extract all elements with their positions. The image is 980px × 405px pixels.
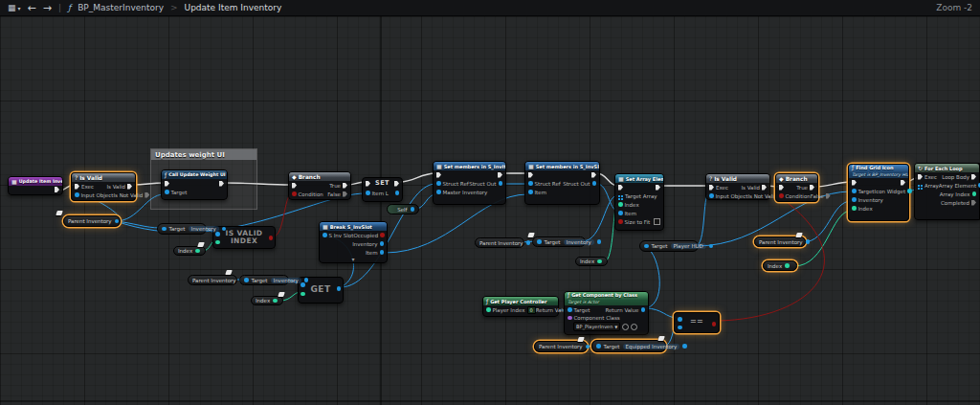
- caret-down-icon[interactable]: ▾: [18, 5, 21, 11]
- breadcrumb-current[interactable]: Update Item Inventory: [185, 3, 282, 12]
- var-index-4[interactable]: Index: [763, 260, 797, 271]
- true-out-pin[interactable]: True: [796, 185, 814, 191]
- object-out-pin[interactable]: [304, 278, 309, 282]
- input-object-pin[interactable]: Input Object: [709, 193, 747, 199]
- breadcrumb-root[interactable]: BP_MasterInventory: [78, 3, 164, 12]
- index-in-pin[interactable]: [301, 292, 305, 297]
- bool-out-pin[interactable]: [269, 236, 274, 240]
- condition-pin[interactable]: Condition: [779, 193, 811, 199]
- array-element-out-pin[interactable]: Array Element: [939, 183, 980, 189]
- target-array-pin[interactable]: Target Array: [618, 193, 657, 199]
- var-parent-inventory-5[interactable]: Parent Inventory: [534, 341, 588, 352]
- window-icon[interactable]: ▦: [8, 3, 16, 12]
- struct-ref-pin[interactable]: Struct Ref: [436, 181, 469, 187]
- class-dropdown[interactable]: BP_PlayerInven ▼: [573, 322, 620, 331]
- exec-out-pin[interactable]: [656, 185, 660, 191]
- player-index-pin[interactable]: Player Index0: [486, 306, 536, 314]
- index-in-pin[interactable]: [215, 240, 220, 245]
- node-get-component-by-class[interactable]: ƒGet Component by Class Target is Actor …: [564, 291, 649, 335]
- exec-in-pin[interactable]: Exec: [709, 185, 728, 191]
- node-update-item-inventory[interactable]: ▦ Update Item Inventory: [8, 176, 63, 195]
- exec-in-pin[interactable]: [779, 185, 784, 191]
- array-in-pin[interactable]: [215, 232, 220, 236]
- element-out-pin[interactable]: [337, 286, 342, 291]
- exec-out-pin[interactable]: [55, 187, 59, 192]
- target-in-pin[interactable]: [644, 244, 649, 249]
- exec-in-pin[interactable]: [366, 181, 370, 187]
- object-out-pin[interactable]: [115, 219, 120, 224]
- node-break-s-invslot[interactable]: ▦ Break S_InvSlot S Inv Slot Occupied In…: [319, 221, 388, 263]
- graph-canvas[interactable]: Updates weight UI ▦ Update Item Inventor…: [0, 16, 980, 405]
- int-out-pin[interactable]: [597, 259, 602, 264]
- size-to-fit-checkbox[interactable]: [654, 218, 660, 225]
- struct-out-pin[interactable]: Struct Out: [469, 181, 502, 187]
- node-is-valid-2[interactable]: ? Is Valid Exec Is Valid Input Object Is…: [705, 173, 770, 200]
- variable-in-pin[interactable]: Item L: [366, 191, 389, 196]
- result-out-pin[interactable]: [712, 322, 717, 326]
- true-out-pin[interactable]: True: [329, 183, 347, 189]
- false-out-pin[interactable]: False: [811, 193, 831, 199]
- return-value-out-pin[interactable]: Return Value: [605, 307, 645, 313]
- object-out-pin[interactable]: [411, 207, 415, 212]
- false-out-pin[interactable]: False: [327, 191, 347, 197]
- node-find-grid-icon[interactable]: ƒFind Grid Icon Target is BP_Inventory H…: [848, 164, 909, 221]
- target-pin[interactable]: Target: [165, 190, 188, 195]
- use-asset-icon[interactable]: [622, 324, 629, 330]
- node-set-array-elem[interactable]: ▦ Set Array Elem Target Array Index Item…: [614, 173, 664, 231]
- browse-asset-icon[interactable]: [631, 324, 637, 330]
- struct-out-pin[interactable]: Struct Out: [563, 181, 596, 187]
- exec-in-pin[interactable]: [436, 172, 441, 178]
- node-get-player-controller[interactable]: ƒ Get Player Controller Player Index0 Re…: [482, 296, 559, 317]
- player-index-value[interactable]: 0: [527, 306, 536, 314]
- object-out-pin[interactable]: [709, 244, 714, 249]
- inventory-pin[interactable]: Inventory: [852, 197, 883, 203]
- var-index-3[interactable]: Index: [575, 257, 608, 266]
- int-out-pin[interactable]: [785, 263, 790, 268]
- occupied-out-pin[interactable]: Occupied: [353, 233, 384, 238]
- exec-in-pin[interactable]: [618, 185, 623, 191]
- is-valid-out-pin[interactable]: Is Valid: [742, 185, 768, 191]
- target-pin[interactable]: Target: [852, 189, 875, 194]
- int-out-pin[interactable]: [273, 299, 278, 304]
- icon-widget-out-pin[interactable]: Icon Widget: [875, 189, 912, 194]
- exec-out-pin[interactable]: [394, 181, 399, 187]
- target-in-pin[interactable]: [244, 278, 249, 282]
- exec-out-pin[interactable]: [219, 181, 224, 187]
- node-branch-2[interactable]: ◆ Branch True Condition False: [775, 173, 818, 202]
- exec-out-pin[interactable]: [498, 172, 502, 178]
- s-inv-slot-pin[interactable]: S Inv Slot: [323, 233, 353, 238]
- object-out-pin[interactable]: [586, 345, 590, 349]
- var-parent-inventory-2[interactable]: Parent Inventory: [188, 275, 237, 285]
- var-self[interactable]: Self: [387, 204, 419, 214]
- target-in-pin[interactable]: [596, 344, 601, 349]
- var-parent-inventory-4[interactable]: Parent Inventory: [754, 236, 806, 247]
- var-target-inventory-2[interactable]: Target Inventory: [239, 275, 289, 285]
- index-pin[interactable]: Index: [852, 206, 873, 212]
- value-out-pin[interactable]: [395, 191, 400, 195]
- array-pin[interactable]: Array: [918, 183, 939, 189]
- node-is-valid-1[interactable]: ? Is Valid Exec Is Valid Input Object Is…: [71, 172, 136, 201]
- operand-b-pin[interactable]: [678, 326, 682, 330]
- int-out-pin[interactable]: [195, 249, 200, 254]
- master-inventory-pin[interactable]: Master Inventory: [436, 190, 487, 195]
- array-index-out-pin[interactable]: Array Index: [940, 191, 976, 197]
- object-out-pin[interactable]: [682, 344, 687, 349]
- is-not-valid-out-pin[interactable]: Is Not Valid: [113, 192, 149, 198]
- back-button[interactable]: ←: [28, 2, 36, 14]
- object-out-pin[interactable]: [526, 240, 531, 245]
- is-valid-out-pin[interactable]: Is Valid: [107, 184, 133, 190]
- node-for-each-loop[interactable]: ↻ For Each Loop Exec Loop Body Array Arr…: [914, 163, 980, 220]
- exec-in-pin[interactable]: [165, 181, 169, 187]
- exec-in-pin[interactable]: Exec: [918, 174, 937, 180]
- loop-body-out-pin[interactable]: Loop Body: [942, 174, 976, 180]
- struct-ref-pin[interactable]: Struct Ref: [528, 181, 561, 187]
- chevron-down-icon[interactable]: ▾: [320, 257, 387, 263]
- var-target-inventory-1[interactable]: Target Inventory: [157, 223, 207, 235]
- exec-in-pin[interactable]: [528, 172, 533, 178]
- input-object-pin[interactable]: Input Object: [75, 192, 113, 198]
- var-target-equipped-inventory[interactable]: Target Equipped Inventory: [591, 340, 666, 352]
- node-branch-1[interactable]: ◆ Branch True Condition False: [288, 171, 351, 200]
- target-in-pin[interactable]: [162, 227, 167, 232]
- exec-in-pin[interactable]: [852, 180, 857, 186]
- comment-title[interactable]: Updates weight UI: [151, 149, 256, 160]
